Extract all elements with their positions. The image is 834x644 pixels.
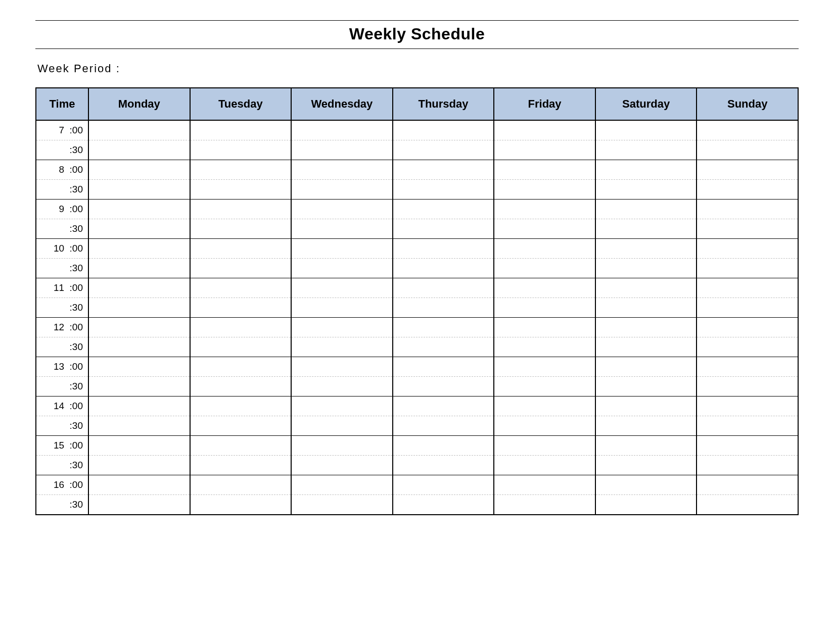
schedule-cell[interactable] <box>190 475 292 495</box>
schedule-cell[interactable] <box>190 278 292 298</box>
schedule-cell[interactable] <box>393 318 494 337</box>
schedule-cell[interactable] <box>291 298 393 318</box>
schedule-cell[interactable] <box>595 298 697 318</box>
schedule-cell[interactable] <box>595 200 697 219</box>
schedule-cell[interactable] <box>190 160 292 180</box>
schedule-cell[interactable] <box>190 219 292 239</box>
schedule-cell[interactable] <box>190 357 292 377</box>
schedule-cell[interactable] <box>393 495 494 515</box>
schedule-cell[interactable] <box>494 140 595 160</box>
schedule-cell[interactable] <box>88 416 190 436</box>
schedule-cell[interactable] <box>393 475 494 495</box>
schedule-cell[interactable] <box>697 377 798 397</box>
schedule-cell[interactable] <box>494 259 595 278</box>
schedule-cell[interactable] <box>393 337 494 357</box>
schedule-cell[interactable] <box>595 475 697 495</box>
schedule-cell[interactable] <box>190 436 292 456</box>
schedule-cell[interactable] <box>697 180 798 200</box>
schedule-cell[interactable] <box>190 120 292 140</box>
schedule-cell[interactable] <box>291 120 393 140</box>
schedule-cell[interactable] <box>291 239 393 259</box>
schedule-cell[interactable] <box>697 298 798 318</box>
schedule-cell[interactable] <box>393 298 494 318</box>
schedule-cell[interactable] <box>393 140 494 160</box>
schedule-cell[interactable] <box>494 337 595 357</box>
schedule-cell[interactable] <box>494 200 595 219</box>
schedule-cell[interactable] <box>494 160 595 180</box>
schedule-cell[interactable] <box>595 337 697 357</box>
schedule-cell[interactable] <box>291 219 393 239</box>
schedule-cell[interactable] <box>291 337 393 357</box>
schedule-cell[interactable] <box>291 377 393 397</box>
schedule-cell[interactable] <box>697 219 798 239</box>
schedule-cell[interactable] <box>697 436 798 456</box>
schedule-cell[interactable] <box>595 377 697 397</box>
schedule-cell[interactable] <box>190 200 292 219</box>
schedule-cell[interactable] <box>393 436 494 456</box>
schedule-cell[interactable] <box>595 456 697 475</box>
schedule-cell[interactable] <box>88 495 190 515</box>
schedule-cell[interactable] <box>88 357 190 377</box>
schedule-cell[interactable] <box>393 259 494 278</box>
schedule-cell[interactable] <box>393 357 494 377</box>
schedule-cell[interactable] <box>88 337 190 357</box>
schedule-cell[interactable] <box>393 278 494 298</box>
schedule-cell[interactable] <box>88 180 190 200</box>
schedule-cell[interactable] <box>393 397 494 416</box>
schedule-cell[interactable] <box>494 456 595 475</box>
schedule-cell[interactable] <box>190 180 292 200</box>
schedule-cell[interactable] <box>88 259 190 278</box>
schedule-cell[interactable] <box>393 377 494 397</box>
schedule-cell[interactable] <box>88 456 190 475</box>
schedule-cell[interactable] <box>291 278 393 298</box>
schedule-cell[interactable] <box>595 397 697 416</box>
schedule-cell[interactable] <box>291 475 393 495</box>
schedule-cell[interactable] <box>88 140 190 160</box>
schedule-cell[interactable] <box>595 180 697 200</box>
schedule-cell[interactable] <box>697 160 798 180</box>
schedule-cell[interactable] <box>494 278 595 298</box>
schedule-cell[interactable] <box>190 495 292 515</box>
schedule-cell[interactable] <box>88 475 190 495</box>
schedule-cell[interactable] <box>291 456 393 475</box>
schedule-cell[interactable] <box>291 416 393 436</box>
schedule-cell[interactable] <box>393 219 494 239</box>
schedule-cell[interactable] <box>393 160 494 180</box>
schedule-cell[interactable] <box>88 278 190 298</box>
schedule-cell[interactable] <box>697 239 798 259</box>
schedule-cell[interactable] <box>88 160 190 180</box>
schedule-cell[interactable] <box>697 259 798 278</box>
schedule-cell[interactable] <box>190 416 292 436</box>
schedule-cell[interactable] <box>190 239 292 259</box>
schedule-cell[interactable] <box>88 120 190 140</box>
schedule-cell[interactable] <box>697 475 798 495</box>
schedule-cell[interactable] <box>595 278 697 298</box>
schedule-cell[interactable] <box>595 160 697 180</box>
schedule-cell[interactable] <box>494 318 595 337</box>
schedule-cell[interactable] <box>494 298 595 318</box>
schedule-cell[interactable] <box>494 397 595 416</box>
schedule-cell[interactable] <box>697 200 798 219</box>
schedule-cell[interactable] <box>190 298 292 318</box>
schedule-cell[interactable] <box>595 120 697 140</box>
schedule-cell[interactable] <box>88 298 190 318</box>
schedule-cell[interactable] <box>494 239 595 259</box>
schedule-cell[interactable] <box>291 140 393 160</box>
schedule-cell[interactable] <box>595 318 697 337</box>
schedule-cell[interactable] <box>190 397 292 416</box>
schedule-cell[interactable] <box>393 416 494 436</box>
schedule-cell[interactable] <box>494 416 595 436</box>
schedule-cell[interactable] <box>697 318 798 337</box>
schedule-cell[interactable] <box>291 180 393 200</box>
schedule-cell[interactable] <box>291 495 393 515</box>
schedule-cell[interactable] <box>291 397 393 416</box>
schedule-cell[interactable] <box>190 337 292 357</box>
schedule-cell[interactable] <box>697 456 798 475</box>
schedule-cell[interactable] <box>88 219 190 239</box>
schedule-cell[interactable] <box>190 259 292 278</box>
schedule-cell[interactable] <box>595 416 697 436</box>
schedule-cell[interactable] <box>494 377 595 397</box>
schedule-cell[interactable] <box>494 219 595 239</box>
schedule-cell[interactable] <box>697 337 798 357</box>
schedule-cell[interactable] <box>393 239 494 259</box>
